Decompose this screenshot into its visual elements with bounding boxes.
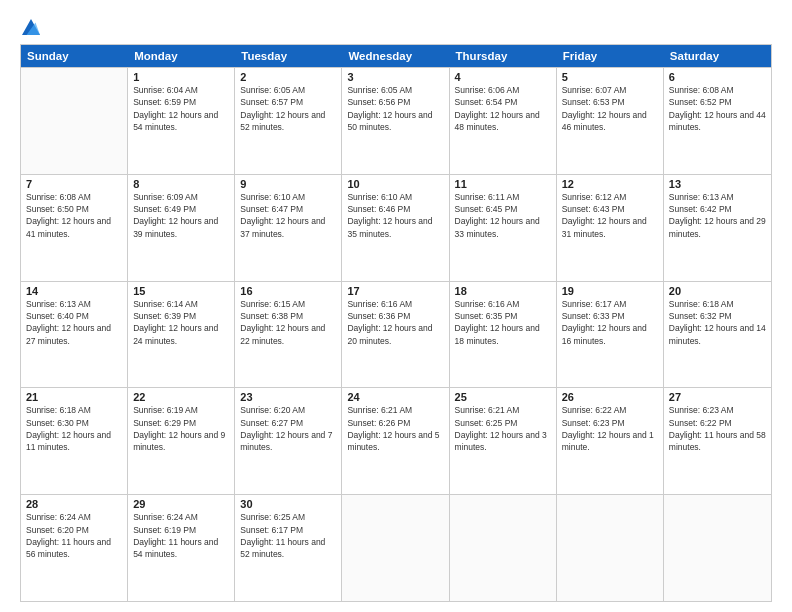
day-number: 25 xyxy=(455,391,551,403)
calendar-cell xyxy=(557,495,664,601)
calendar-cell: 8Sunrise: 6:09 AMSunset: 6:49 PMDaylight… xyxy=(128,175,235,281)
day-number: 15 xyxy=(133,285,229,297)
day-info: Sunrise: 6:07 AMSunset: 6:53 PMDaylight:… xyxy=(562,84,658,133)
day-number: 29 xyxy=(133,498,229,510)
day-number: 16 xyxy=(240,285,336,297)
day-number: 23 xyxy=(240,391,336,403)
calendar-body: 1Sunrise: 6:04 AMSunset: 6:59 PMDaylight… xyxy=(21,67,771,601)
header-day-monday: Monday xyxy=(128,45,235,67)
day-info: Sunrise: 6:06 AMSunset: 6:54 PMDaylight:… xyxy=(455,84,551,133)
calendar-cell: 10Sunrise: 6:10 AMSunset: 6:46 PMDayligh… xyxy=(342,175,449,281)
calendar-cell xyxy=(450,495,557,601)
day-info: Sunrise: 6:04 AMSunset: 6:59 PMDaylight:… xyxy=(133,84,229,133)
day-number: 1 xyxy=(133,71,229,83)
day-number: 20 xyxy=(669,285,766,297)
day-number: 4 xyxy=(455,71,551,83)
calendar-cell: 9Sunrise: 6:10 AMSunset: 6:47 PMDaylight… xyxy=(235,175,342,281)
day-info: Sunrise: 6:08 AMSunset: 6:50 PMDaylight:… xyxy=(26,191,122,240)
day-number: 2 xyxy=(240,71,336,83)
day-number: 7 xyxy=(26,178,122,190)
calendar-row-4: 28Sunrise: 6:24 AMSunset: 6:20 PMDayligh… xyxy=(21,494,771,601)
day-number: 18 xyxy=(455,285,551,297)
header xyxy=(20,18,772,36)
day-number: 6 xyxy=(669,71,766,83)
day-info: Sunrise: 6:19 AMSunset: 6:29 PMDaylight:… xyxy=(133,404,229,453)
day-number: 11 xyxy=(455,178,551,190)
day-number: 26 xyxy=(562,391,658,403)
day-info: Sunrise: 6:14 AMSunset: 6:39 PMDaylight:… xyxy=(133,298,229,347)
calendar-cell: 29Sunrise: 6:24 AMSunset: 6:19 PMDayligh… xyxy=(128,495,235,601)
calendar-cell: 14Sunrise: 6:13 AMSunset: 6:40 PMDayligh… xyxy=(21,282,128,388)
day-info: Sunrise: 6:24 AMSunset: 6:19 PMDaylight:… xyxy=(133,511,229,560)
header-day-sunday: Sunday xyxy=(21,45,128,67)
day-number: 28 xyxy=(26,498,122,510)
day-info: Sunrise: 6:18 AMSunset: 6:32 PMDaylight:… xyxy=(669,298,766,347)
day-info: Sunrise: 6:12 AMSunset: 6:43 PMDaylight:… xyxy=(562,191,658,240)
day-number: 5 xyxy=(562,71,658,83)
day-number: 13 xyxy=(669,178,766,190)
page: SundayMondayTuesdayWednesdayThursdayFrid… xyxy=(0,0,792,612)
calendar-cell: 16Sunrise: 6:15 AMSunset: 6:38 PMDayligh… xyxy=(235,282,342,388)
calendar-cell: 27Sunrise: 6:23 AMSunset: 6:22 PMDayligh… xyxy=(664,388,771,494)
logo xyxy=(20,18,40,36)
day-info: Sunrise: 6:22 AMSunset: 6:23 PMDaylight:… xyxy=(562,404,658,453)
day-info: Sunrise: 6:16 AMSunset: 6:36 PMDaylight:… xyxy=(347,298,443,347)
calendar-cell: 11Sunrise: 6:11 AMSunset: 6:45 PMDayligh… xyxy=(450,175,557,281)
day-info: Sunrise: 6:16 AMSunset: 6:35 PMDaylight:… xyxy=(455,298,551,347)
calendar-cell: 4Sunrise: 6:06 AMSunset: 6:54 PMDaylight… xyxy=(450,68,557,174)
calendar-cell: 2Sunrise: 6:05 AMSunset: 6:57 PMDaylight… xyxy=(235,68,342,174)
calendar-cell: 24Sunrise: 6:21 AMSunset: 6:26 PMDayligh… xyxy=(342,388,449,494)
calendar-cell xyxy=(664,495,771,601)
calendar-cell xyxy=(21,68,128,174)
calendar-cell: 26Sunrise: 6:22 AMSunset: 6:23 PMDayligh… xyxy=(557,388,664,494)
day-info: Sunrise: 6:08 AMSunset: 6:52 PMDaylight:… xyxy=(669,84,766,133)
calendar-cell xyxy=(342,495,449,601)
calendar-cell: 25Sunrise: 6:21 AMSunset: 6:25 PMDayligh… xyxy=(450,388,557,494)
day-info: Sunrise: 6:20 AMSunset: 6:27 PMDaylight:… xyxy=(240,404,336,453)
calendar-cell: 6Sunrise: 6:08 AMSunset: 6:52 PMDaylight… xyxy=(664,68,771,174)
calendar-cell: 17Sunrise: 6:16 AMSunset: 6:36 PMDayligh… xyxy=(342,282,449,388)
calendar-cell: 20Sunrise: 6:18 AMSunset: 6:32 PMDayligh… xyxy=(664,282,771,388)
calendar-cell: 28Sunrise: 6:24 AMSunset: 6:20 PMDayligh… xyxy=(21,495,128,601)
calendar-cell: 12Sunrise: 6:12 AMSunset: 6:43 PMDayligh… xyxy=(557,175,664,281)
calendar-cell: 19Sunrise: 6:17 AMSunset: 6:33 PMDayligh… xyxy=(557,282,664,388)
day-number: 9 xyxy=(240,178,336,190)
day-number: 10 xyxy=(347,178,443,190)
day-number: 27 xyxy=(669,391,766,403)
day-number: 14 xyxy=(26,285,122,297)
day-info: Sunrise: 6:05 AMSunset: 6:57 PMDaylight:… xyxy=(240,84,336,133)
day-info: Sunrise: 6:10 AMSunset: 6:46 PMDaylight:… xyxy=(347,191,443,240)
day-info: Sunrise: 6:15 AMSunset: 6:38 PMDaylight:… xyxy=(240,298,336,347)
header-day-wednesday: Wednesday xyxy=(342,45,449,67)
calendar-cell: 3Sunrise: 6:05 AMSunset: 6:56 PMDaylight… xyxy=(342,68,449,174)
day-info: Sunrise: 6:11 AMSunset: 6:45 PMDaylight:… xyxy=(455,191,551,240)
day-number: 21 xyxy=(26,391,122,403)
day-info: Sunrise: 6:05 AMSunset: 6:56 PMDaylight:… xyxy=(347,84,443,133)
day-number: 17 xyxy=(347,285,443,297)
day-number: 3 xyxy=(347,71,443,83)
calendar-cell: 23Sunrise: 6:20 AMSunset: 6:27 PMDayligh… xyxy=(235,388,342,494)
day-number: 8 xyxy=(133,178,229,190)
calendar-row-1: 7Sunrise: 6:08 AMSunset: 6:50 PMDaylight… xyxy=(21,174,771,281)
header-day-saturday: Saturday xyxy=(664,45,771,67)
logo-icon xyxy=(22,18,40,36)
calendar-cell: 7Sunrise: 6:08 AMSunset: 6:50 PMDaylight… xyxy=(21,175,128,281)
calendar: SundayMondayTuesdayWednesdayThursdayFrid… xyxy=(20,44,772,602)
calendar-cell: 5Sunrise: 6:07 AMSunset: 6:53 PMDaylight… xyxy=(557,68,664,174)
day-number: 19 xyxy=(562,285,658,297)
calendar-cell: 15Sunrise: 6:14 AMSunset: 6:39 PMDayligh… xyxy=(128,282,235,388)
day-info: Sunrise: 6:13 AMSunset: 6:42 PMDaylight:… xyxy=(669,191,766,240)
day-number: 30 xyxy=(240,498,336,510)
day-info: Sunrise: 6:18 AMSunset: 6:30 PMDaylight:… xyxy=(26,404,122,453)
day-info: Sunrise: 6:21 AMSunset: 6:26 PMDaylight:… xyxy=(347,404,443,453)
header-day-friday: Friday xyxy=(557,45,664,67)
calendar-cell: 21Sunrise: 6:18 AMSunset: 6:30 PMDayligh… xyxy=(21,388,128,494)
calendar-row-2: 14Sunrise: 6:13 AMSunset: 6:40 PMDayligh… xyxy=(21,281,771,388)
calendar-row-3: 21Sunrise: 6:18 AMSunset: 6:30 PMDayligh… xyxy=(21,387,771,494)
calendar-cell: 18Sunrise: 6:16 AMSunset: 6:35 PMDayligh… xyxy=(450,282,557,388)
day-info: Sunrise: 6:13 AMSunset: 6:40 PMDaylight:… xyxy=(26,298,122,347)
day-number: 22 xyxy=(133,391,229,403)
calendar-cell: 1Sunrise: 6:04 AMSunset: 6:59 PMDaylight… xyxy=(128,68,235,174)
header-day-thursday: Thursday xyxy=(450,45,557,67)
header-day-tuesday: Tuesday xyxy=(235,45,342,67)
